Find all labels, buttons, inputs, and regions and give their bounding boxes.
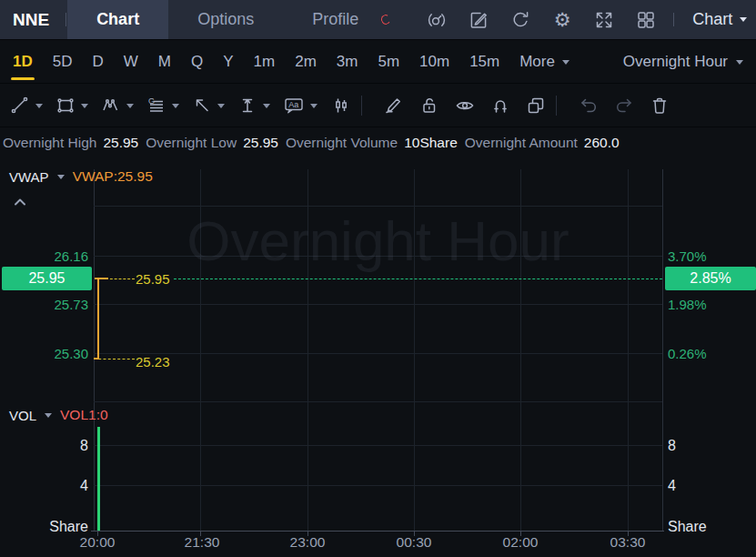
price-range-tool[interactable] bbox=[237, 95, 270, 116]
time-axis-label: 20:00 bbox=[70, 534, 125, 551]
time-axis-label: 03:30 bbox=[600, 534, 655, 551]
session-dropdown[interactable]: Overnight Hour bbox=[623, 53, 743, 71]
gridline-h bbox=[94, 353, 662, 354]
wave-pattern-icon bbox=[100, 95, 122, 116]
annotate-icon[interactable] bbox=[468, 9, 489, 31]
svg-text:Aa: Aa bbox=[288, 100, 298, 109]
candlestick-pattern-icon[interactable] bbox=[329, 94, 353, 117]
chevron-down-icon[interactable] bbox=[126, 104, 134, 108]
vol-indicator-name[interactable]: VOL bbox=[9, 408, 36, 423]
tab-chart[interactable]: Chart bbox=[67, 0, 168, 39]
time-axis-line bbox=[91, 531, 664, 532]
clone-icon[interactable] bbox=[524, 94, 548, 117]
volume-axis-label: 4 bbox=[668, 478, 676, 494]
vwap-indicator-name[interactable]: VWAP bbox=[9, 169, 49, 185]
timeframe-y[interactable]: Y bbox=[223, 53, 233, 71]
wave-pattern-tool[interactable] bbox=[100, 95, 134, 116]
timeframe-q[interactable]: Q bbox=[191, 53, 203, 71]
timeframe-m[interactable]: M bbox=[158, 53, 171, 71]
volume-axis-label: 8 bbox=[0, 438, 88, 454]
timeframe-1d[interactable]: 1D bbox=[13, 53, 33, 71]
trend-line-tool[interactable] bbox=[9, 95, 43, 116]
price-line-vertical-segment bbox=[97, 278, 99, 360]
price-line-bottom-segment bbox=[94, 358, 98, 360]
divider bbox=[673, 13, 674, 26]
timeframe-2m[interactable]: 2m bbox=[295, 53, 317, 71]
gridline-h bbox=[94, 304, 662, 305]
status-value: 10Share bbox=[404, 135, 458, 151]
gann-lines-tool[interactable]: G bbox=[146, 95, 179, 116]
chevron-down-icon[interactable] bbox=[35, 104, 43, 108]
collapse-panel-button[interactable] bbox=[12, 196, 28, 208]
volume-axis-label: 8 bbox=[668, 438, 676, 454]
timeframe-d[interactable]: D bbox=[92, 53, 103, 71]
volume-unit-label: Share bbox=[0, 519, 88, 535]
chart-canvas[interactable]: Overnight Hour VWAP VWAP:25.95 26.16 25.… bbox=[0, 157, 756, 557]
trash-icon[interactable] bbox=[648, 94, 671, 117]
vwap-indicator-reading: VWAP:25.95 bbox=[73, 168, 153, 185]
chevron-down-icon[interactable] bbox=[45, 413, 52, 418]
chevron-down-icon[interactable] bbox=[310, 104, 318, 108]
low-line-label: 25.23 bbox=[136, 354, 170, 370]
brush-icon[interactable] bbox=[382, 94, 406, 117]
redo-icon[interactable] bbox=[612, 94, 636, 117]
timeframe-3m[interactable]: 3m bbox=[337, 53, 358, 71]
magnet-icon[interactable] bbox=[489, 94, 512, 117]
settings-gear-icon[interactable]: ⚙ bbox=[551, 9, 573, 31]
chevron-down-icon[interactable] bbox=[172, 104, 179, 108]
vwap-indicator-row[interactable]: VWAP VWAP:25.95 bbox=[9, 168, 153, 185]
timeframe-bar: 1D 5D D W M Q Y 1m 2m 3m 5m 10m 15m More… bbox=[0, 41, 756, 84]
timeframe-w[interactable]: W bbox=[124, 53, 138, 71]
gridline-h bbox=[94, 445, 662, 446]
timeframe-5d[interactable]: 5D bbox=[53, 53, 73, 71]
volume-indicator-row[interactable]: VOL VOL1:0 bbox=[9, 407, 108, 423]
divider bbox=[556, 96, 557, 116]
chevron-down-icon[interactable] bbox=[263, 104, 270, 108]
high-line-label: 25.95 bbox=[136, 271, 170, 287]
fullscreen-icon[interactable] bbox=[593, 9, 615, 31]
chevron-down-icon[interactable] bbox=[217, 104, 225, 108]
gauge-icon[interactable] bbox=[426, 9, 448, 31]
tab-profile[interactable]: Profile bbox=[283, 0, 388, 39]
divider bbox=[361, 96, 362, 116]
time-axis-label: 21:30 bbox=[175, 534, 229, 551]
chevron-down-icon[interactable] bbox=[81, 104, 88, 108]
chart-view-dropdown[interactable]: Chart bbox=[692, 10, 747, 29]
vol-indicator-reading: VOL1:0 bbox=[60, 407, 108, 423]
divider bbox=[66, 13, 66, 26]
chevron-down-icon[interactable] bbox=[57, 175, 65, 179]
chevron-down-icon bbox=[736, 60, 743, 65]
refresh-icon[interactable] bbox=[509, 9, 531, 31]
arrow-tool[interactable] bbox=[191, 95, 225, 116]
chevron-up-icon bbox=[12, 196, 28, 208]
tab-options[interactable]: Options bbox=[168, 0, 283, 39]
more-label: More bbox=[519, 53, 555, 71]
top-bar: NNE Chart Options Profile bbox=[0, 0, 756, 40]
timeframe-more-dropdown[interactable]: More bbox=[519, 53, 570, 71]
high-dashed-line bbox=[106, 278, 135, 279]
plot-right-border bbox=[662, 169, 663, 531]
price-axis-label: 26.16 bbox=[0, 248, 88, 264]
layout-grid-icon[interactable] bbox=[635, 9, 657, 31]
timeframe-10m[interactable]: 10m bbox=[419, 53, 449, 71]
unlock-icon[interactable] bbox=[418, 94, 441, 117]
last-change-badge: 2.85% bbox=[665, 267, 756, 290]
gridline-h bbox=[94, 485, 662, 486]
pct-axis-label: 3.70% bbox=[668, 248, 707, 264]
shape-tool[interactable] bbox=[55, 95, 88, 116]
gridline-h bbox=[94, 206, 662, 207]
symbol-ticker[interactable]: NNE bbox=[13, 10, 49, 30]
status-value: 260.0 bbox=[584, 135, 620, 151]
pct-axis-label: 0.26% bbox=[668, 346, 707, 361]
topbar-icon-group: ⚙ bbox=[426, 9, 657, 31]
overnight-status-bar: Overnight High 25.95 Overnight Low 25.95… bbox=[0, 129, 756, 157]
visibility-eye-icon[interactable] bbox=[453, 94, 477, 117]
timeframe-1m[interactable]: 1m bbox=[254, 53, 276, 71]
timeframe-5m[interactable]: 5m bbox=[378, 53, 399, 71]
price-range-icon bbox=[237, 95, 258, 116]
volume-bar bbox=[97, 427, 100, 531]
text-note-tool[interactable]: Aa bbox=[282, 95, 318, 116]
low-dashed-line bbox=[94, 359, 135, 360]
timeframe-15m[interactable]: 15m bbox=[469, 53, 499, 71]
undo-icon[interactable] bbox=[577, 94, 600, 117]
